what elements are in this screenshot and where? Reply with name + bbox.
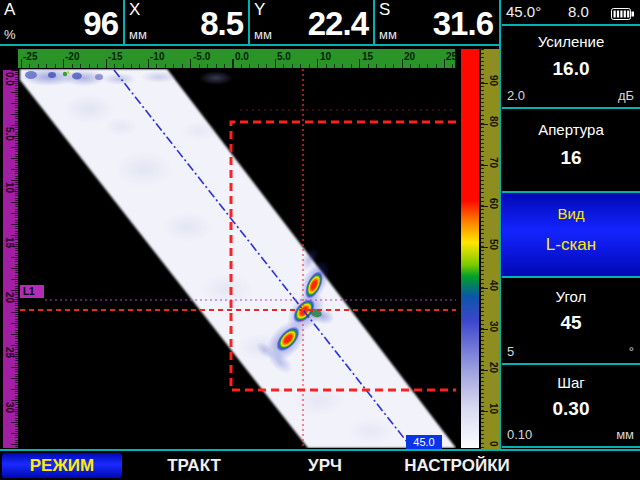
horizontal-ruler: -25 -20 -15 -10 -5.0 0.0 5.0 10 15 20 25 [18, 49, 455, 68]
menu-item-mode[interactable]: РЕЖИМ [2, 453, 122, 478]
beam-angle-label: 45.0 [406, 435, 442, 449]
amplitude-colorbar [461, 49, 479, 448]
amp-ruler-label: 30 [488, 321, 499, 332]
measurement-value: 22.4 [308, 5, 368, 43]
param-min: 0.10 [507, 427, 532, 442]
amp-ruler-label: 10 [488, 403, 499, 414]
param-view[interactable]: Вид L-скан [502, 193, 640, 278]
h-ruler-label: 10 [320, 51, 331, 62]
amp-ruler-label: 60 [488, 198, 499, 209]
measurement-unit: мм [129, 27, 147, 42]
divider [0, 44, 500, 46]
h-ruler-label: -15 [108, 51, 122, 62]
param-angle[interactable]: Угол 45 5 ° [502, 278, 640, 365]
measurement-label: A [4, 0, 15, 20]
h-ruler-label: 25 [446, 51, 455, 62]
amp-ruler-label: 40 [488, 280, 499, 291]
param-value: L-скан [502, 235, 640, 255]
param-value: 16.0 [502, 58, 640, 80]
l-scan-image [19, 69, 456, 448]
param-title: Вид [502, 205, 640, 222]
measurement-box-s: S мм 31.6 [375, 0, 498, 44]
amp-ruler-label: 0 [488, 441, 499, 447]
measurement-unit: мм [379, 27, 397, 42]
param-value: 0.30 [502, 398, 640, 420]
menu-item-settings[interactable]: НАСТРОЙКИ [396, 453, 518, 478]
param-min: 2.0 [507, 88, 525, 103]
param-unit: мм [616, 427, 634, 442]
h-ruler-label: -25 [23, 51, 37, 62]
measurement-label: S [379, 0, 390, 20]
h-ruler-label: 20 [404, 51, 415, 62]
divider [123, 0, 125, 44]
param-unit: ° [629, 344, 634, 359]
gate-marker: L1 [20, 285, 44, 298]
h-ruler-label: -10 [150, 51, 164, 62]
param-gain[interactable]: Усиление 16.0 2.0 дБ [502, 26, 640, 109]
param-min: 5 [507, 344, 514, 359]
amp-ruler-label: 20 [488, 362, 499, 373]
measurement-box-y: Y мм 22.4 [250, 0, 373, 44]
measurement-value: 96 [83, 5, 118, 43]
measurement-unit: % [4, 27, 16, 42]
measurement-value: 8.5 [200, 5, 243, 43]
v-ruler-label: 30 [4, 402, 15, 413]
measurement-unit: мм [254, 27, 272, 42]
divider [248, 0, 250, 44]
h-ruler-label: 5.0 [277, 51, 291, 62]
vertical-ruler: 0.0 5.0 10 15 20 25 30 [3, 70, 18, 448]
battery-icon [611, 6, 635, 23]
amp-ruler-label: 90 [488, 75, 499, 86]
param-aperture[interactable]: Апертура 16 [502, 109, 640, 193]
amplitude-ruler: 90 80 70 60 50 40 30 20 10 0 [481, 49, 499, 452]
amp-ruler-label: 80 [488, 116, 499, 127]
flaw-detector-screen: A % 96 X мм 8.5 Y мм 22.4 S мм 31.6 45.0… [0, 0, 640, 480]
param-title: Шаг [502, 374, 640, 391]
measurement-label: X [129, 0, 140, 20]
v-ruler-label: 25 [4, 347, 15, 358]
param-unit: дБ [618, 88, 634, 103]
bottom-menu: РЕЖИМ ТРАКТ УРЧ НАСТРОЙКИ [0, 451, 640, 480]
menu-item-urch[interactable]: УРЧ [275, 453, 375, 478]
menu-item-tract[interactable]: ТРАКТ [144, 453, 244, 478]
probe-aux-readout: 8.0 [568, 3, 589, 20]
v-ruler-label: 0.0 [4, 72, 15, 86]
param-value: 16 [502, 147, 640, 169]
amp-ruler-label: 50 [488, 239, 499, 250]
h-ruler-label: 15 [362, 51, 373, 62]
h-ruler-label: 0.0 [235, 51, 249, 62]
measurement-box-amplitude: A % 96 [0, 0, 123, 44]
param-title: Усиление [502, 33, 640, 50]
param-title: Апертура [502, 121, 640, 138]
v-ruler-label: 15 [4, 237, 15, 248]
divider [373, 0, 375, 44]
amp-ruler-label: 70 [488, 157, 499, 168]
h-ruler-label: -5.0 [193, 51, 210, 62]
param-title: Угол [502, 288, 640, 305]
measurement-box-x: X мм 8.5 [125, 0, 248, 44]
divider [499, 0, 501, 451]
h-ruler-label: -20 [65, 51, 79, 62]
probe-info: 45.0° 8.0 [502, 0, 640, 24]
param-value: 45 [502, 312, 640, 334]
probe-angle-readout: 45.0° [506, 3, 541, 20]
v-ruler-label: 10 [4, 182, 15, 193]
v-ruler-label: 20 [4, 292, 15, 303]
v-ruler-label: 5.0 [4, 127, 15, 141]
param-step[interactable]: Шаг 0.30 0.10 мм [502, 365, 640, 448]
measurement-label: Y [254, 0, 265, 20]
measurement-value: 31.6 [433, 5, 493, 43]
